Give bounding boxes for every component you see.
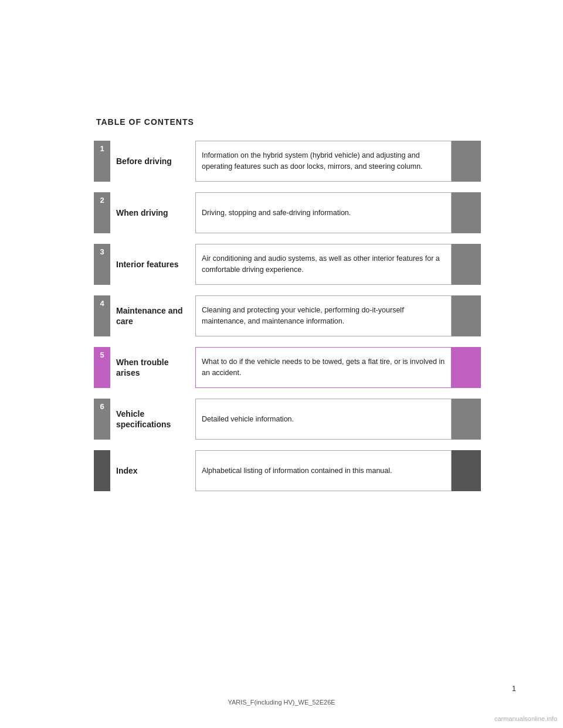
toc-tab-index	[452, 450, 481, 491]
watermark-text: carmanualsonline.info	[494, 715, 557, 722]
toc-desc-5: What to do if the vehicle needs to be to…	[195, 347, 452, 388]
toc-desc-6: Detailed vehicle information.	[195, 399, 452, 440]
table-of-contents: TABLE OF CONTENTS 1 Before driving Infor…	[94, 117, 481, 502]
toc-number-5: 5	[94, 347, 110, 388]
toc-tab-4	[452, 295, 481, 336]
toc-desc-1: Information on the hybrid system (hybrid…	[195, 141, 452, 182]
toc-number-index	[94, 450, 110, 491]
toc-tab-6	[452, 399, 481, 440]
toc-title: TABLE OF CONTENTS	[94, 117, 481, 127]
toc-title-1: Before driving	[110, 141, 195, 182]
page-number: 1	[512, 684, 516, 693]
toc-number-1: 1	[94, 141, 110, 182]
toc-desc-index: Alphabetical listing of information cont…	[195, 450, 452, 491]
toc-title-6: Vehicle specifications	[110, 399, 195, 440]
toc-row-2: 2 When driving Driving, stopping and saf…	[94, 192, 481, 233]
toc-number-4: 4	[94, 295, 110, 336]
footer-text: YARIS_F(including HV)_WE_52E26E	[228, 699, 335, 706]
toc-desc-2: Driving, stopping and safe-driving infor…	[195, 192, 452, 233]
toc-row-7: Index Alphabetical listing of informatio…	[94, 450, 481, 491]
toc-tab-3	[452, 244, 481, 285]
toc-title-5: When trouble arises	[110, 347, 195, 388]
toc-row-5: 5 When trouble arises What to do if the …	[94, 347, 481, 388]
toc-tab-5	[452, 347, 481, 388]
toc-row-4: 4 Maintenance and care Cleaning and prot…	[94, 295, 481, 336]
toc-title-2: When driving	[110, 192, 195, 233]
toc-title-4: Maintenance and care	[110, 295, 195, 336]
toc-number-2: 2	[94, 192, 110, 233]
toc-row-1: 1 Before driving Information on the hybr…	[94, 141, 481, 182]
toc-title-3: Interior features	[110, 244, 195, 285]
toc-row-3: 3 Interior features Air conditioning and…	[94, 244, 481, 285]
toc-tab-1	[452, 141, 481, 182]
toc-tab-2	[452, 192, 481, 233]
page-container: TABLE OF CONTENTS 1 Before driving Infor…	[0, 0, 563, 728]
toc-desc-4: Cleaning and protecting your vehicle, pe…	[195, 295, 452, 336]
toc-title-index: Index	[110, 450, 195, 491]
toc-number-6: 6	[94, 399, 110, 440]
toc-desc-3: Air conditioning and audio systems, as w…	[195, 244, 452, 285]
toc-number-3: 3	[94, 244, 110, 285]
toc-row-6: 6 Vehicle specifications Detailed vehicl…	[94, 399, 481, 440]
